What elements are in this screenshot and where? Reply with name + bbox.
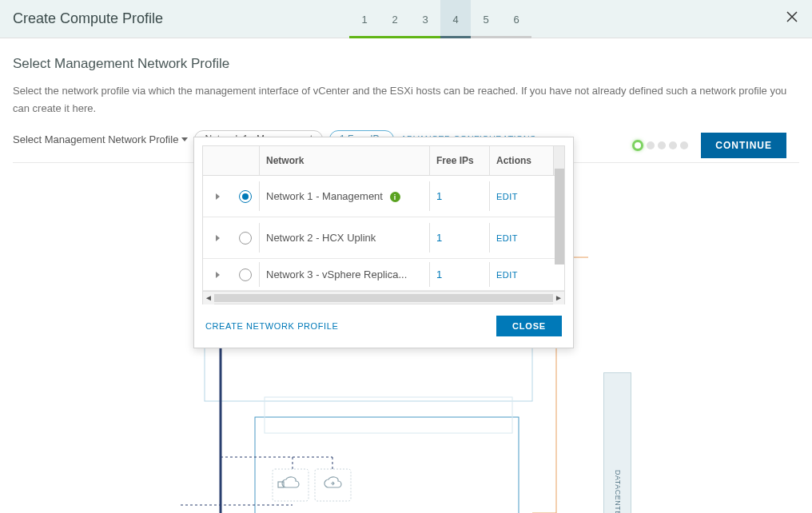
expand-row-icon[interactable] — [216, 232, 220, 244]
right-controls: CONTINUE — [632, 133, 786, 158]
step-5[interactable]: 5 — [471, 0, 501, 38]
scroll-right-icon[interactable]: ► — [553, 292, 564, 304]
free-ips-cell: 1 — [429, 262, 489, 287]
horizontal-scrollbar[interactable]: ◄ ► — [203, 291, 564, 304]
section-title: Select Management Network Profile — [13, 56, 799, 72]
select-network-radio[interactable] — [239, 190, 252, 203]
dot-3 — [658, 141, 666, 149]
scroll-left-icon[interactable]: ◄ — [203, 292, 214, 304]
network-name: Network 3 - vSphere Replica... — [266, 268, 407, 280]
close-icon[interactable] — [785, 10, 799, 28]
section-description: Select the network profile via which the… — [13, 82, 799, 117]
network-name: Network 2 - HCX Uplink — [266, 232, 376, 244]
col-actions-header[interactable]: Actions — [489, 146, 553, 175]
table-row: Network 2 - HCX Uplink 1 EDIT — [203, 217, 564, 259]
wizard-header: Create Compute Profile 1 2 3 4 5 6 — [0, 0, 812, 38]
expand-row-icon[interactable] — [216, 268, 220, 280]
network-name: Network 1 - Management — [266, 190, 383, 202]
chevron-down-icon — [181, 137, 188, 141]
step-4[interactable]: 4 — [440, 0, 471, 38]
dropdown-footer: CREATE NETWORK PROFILE CLOSE — [202, 304, 565, 338]
select-network-radio[interactable] — [239, 232, 252, 245]
col-network-header[interactable]: Network — [259, 146, 429, 175]
col-freeips-header[interactable]: Free IPs — [429, 146, 489, 175]
datacenter-network-label: DATACENTER NETWORK — [614, 470, 622, 513]
svg-rect-2 — [265, 397, 512, 433]
col-expand-header — [203, 146, 232, 175]
create-network-profile-link[interactable]: CREATE NETWORK PROFILE — [205, 321, 338, 331]
continue-button[interactable]: CONTINUE — [701, 133, 786, 158]
step-3[interactable]: 3 — [410, 0, 440, 38]
edit-network-link[interactable]: EDIT — [496, 233, 518, 243]
select-network-radio[interactable] — [239, 268, 252, 281]
network-profile-dropdown: Network Free IPs Actions Network 1 - Man… — [193, 137, 574, 348]
col-radio-header — [232, 146, 259, 175]
dot-1 — [632, 140, 643, 151]
dot-2 — [647, 141, 655, 149]
edit-network-link[interactable]: EDIT — [496, 192, 518, 201]
edit-network-link[interactable]: EDIT — [496, 270, 518, 280]
dot-4 — [669, 141, 677, 149]
table-row: Network 1 - Management i 1 EDIT — [203, 176, 564, 217]
wizard-title: Create Compute Profile — [13, 10, 163, 27]
horizontal-scrollbar-track[interactable] — [214, 294, 553, 302]
table-header: Network Free IPs Actions — [203, 146, 564, 176]
step-2[interactable]: 2 — [380, 0, 410, 38]
progress-dots — [632, 140, 688, 151]
step-1[interactable]: 1 — [349, 0, 380, 38]
free-ips-cell: 1 — [429, 223, 489, 253]
expand-row-icon[interactable] — [216, 190, 220, 202]
close-dropdown-button[interactable]: CLOSE — [496, 316, 562, 336]
network-name-cell: Network 2 - HCX Uplink — [259, 223, 429, 253]
network-name-cell: Network 3 - vSphere Replica... — [259, 262, 429, 287]
step-6[interactable]: 6 — [501, 0, 531, 38]
vertical-scrollbar-thumb[interactable] — [555, 169, 564, 264]
network-name-cell: Network 1 - Management i — [259, 181, 429, 211]
info-icon[interactable]: i — [390, 192, 400, 202]
table-row: Network 3 - vSphere Replica... 1 EDIT — [203, 259, 564, 291]
free-ips-cell: 1 — [429, 181, 489, 211]
step-indicator: 1 2 3 4 5 6 — [349, 0, 531, 38]
select-label-text: Select Management Network Profile — [13, 133, 178, 145]
datacenter-network-box: DATACENTER NETWORK — [603, 372, 631, 513]
dot-5 — [680, 141, 688, 149]
select-profile-dropdown[interactable]: Select Management Network Profile — [13, 133, 188, 145]
